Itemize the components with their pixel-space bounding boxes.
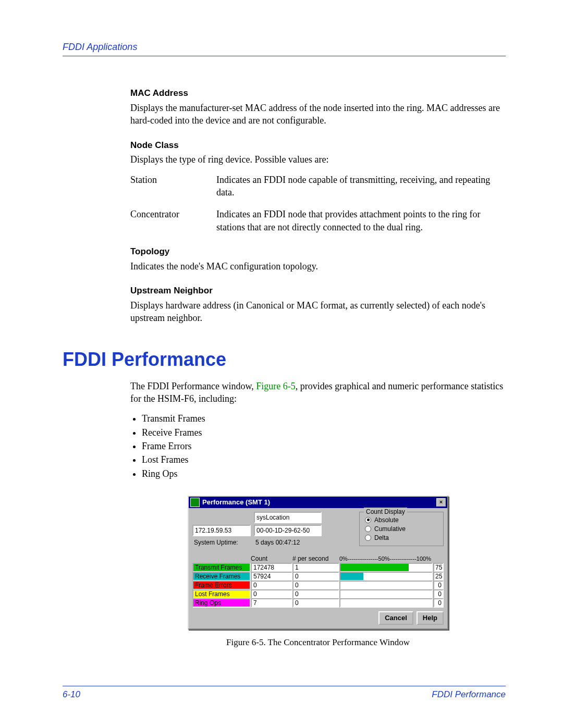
radio-absolute[interactable]: Absolute: [365, 516, 438, 524]
heading-node-class: Node Class: [130, 140, 506, 152]
help-button[interactable]: Help: [417, 611, 444, 625]
text-mac-address: Displays the manufacturer-set MAC addres…: [130, 102, 506, 127]
metric-name: Frame Errors: [192, 581, 251, 590]
metric-pps: 0: [292, 581, 339, 590]
figure-reference-link[interactable]: Figure 6-5: [256, 381, 296, 391]
col-count: Count: [251, 554, 292, 563]
footer-section: FDDI Performance: [432, 689, 506, 700]
table-row: Ring Ops700: [192, 598, 444, 607]
radio-delta[interactable]: Delta: [365, 534, 438, 542]
node-class-definitions: Station Indicates an FDDI node capable o…: [130, 174, 506, 233]
ip-field: 172.19.59.53: [192, 525, 251, 536]
list-item: Transmit Frames: [142, 412, 506, 425]
page-header: FDDI Applications: [63, 42, 506, 56]
table-row: Frame Errors000: [192, 581, 444, 589]
window-title: Performance (SMT 1): [202, 498, 436, 507]
metric-name: Ring Ops: [192, 598, 251, 608]
table-row: Transmit Frames172478175: [192, 563, 444, 572]
metric-count: 0: [251, 581, 292, 590]
radio-cumulative[interactable]: Cumulative: [365, 525, 438, 533]
metric-count: 7: [251, 598, 292, 608]
radio-icon: [365, 526, 371, 532]
list-item: Frame Errors: [142, 440, 506, 452]
metric-bar: [339, 598, 433, 608]
def-term: Concentrator: [130, 208, 216, 233]
heading-mac-address: MAC Address: [130, 88, 506, 100]
metric-pps: 0: [292, 589, 339, 599]
syslocation-field: sysLocation: [254, 512, 322, 523]
metric-name: Transmit Frames: [192, 563, 251, 572]
metric-bar: [339, 581, 433, 590]
text-node-class: Displays the type of ring device. Possib…: [130, 153, 506, 166]
metric-name: Receive Frames: [192, 572, 251, 581]
metric-bar: [339, 589, 433, 599]
radio-icon: [365, 517, 371, 523]
heading-topology: Topology: [130, 246, 506, 258]
metric-pps: 1: [292, 563, 339, 572]
text-upstream-neighbor: Displays hardware address (in Canonical …: [130, 299, 506, 325]
metric-count: 0: [251, 589, 292, 599]
window-titlebar[interactable]: Performance (SMT 1) ×: [189, 497, 447, 508]
metric-bar: [339, 572, 433, 581]
text-topology: Indicates the node's MAC configuration t…: [130, 260, 506, 273]
heading-upstream-neighbor: Upstream Neighbor: [130, 285, 506, 297]
uptime-value: 5 days 00:47:12: [254, 538, 322, 547]
list-item: Receive Frames: [142, 426, 506, 439]
metric-count: 57924: [251, 572, 292, 581]
metric-count: 172478: [251, 563, 292, 572]
table-row: Receive Frames57924025: [192, 572, 444, 581]
page-footer: 6-10 FDDI Performance: [63, 686, 506, 700]
cancel-button[interactable]: Cancel: [378, 611, 413, 625]
radio-icon: [365, 535, 371, 541]
def-term: Station: [130, 174, 216, 199]
list-item: Lost Frames: [142, 453, 506, 466]
app-icon: [190, 498, 200, 507]
list-item: Ring Ops: [142, 467, 506, 480]
page-number: 6-10: [63, 689, 80, 700]
col-pps: # per second: [292, 554, 339, 563]
def-desc: Indicates an FDDI node that provides att…: [216, 208, 506, 233]
mac-field: 00-00-1D-29-62-50: [254, 525, 322, 536]
close-icon[interactable]: ×: [436, 498, 446, 507]
col-scale: 0%----------------50%--------------100%: [339, 555, 444, 563]
page-title: FDDI Performance: [63, 349, 506, 371]
metric-pps: 0: [292, 572, 339, 581]
feature-bullets: Transmit Frames Receive Frames Frame Err…: [130, 412, 506, 479]
uptime-label: System Uptime:: [192, 538, 251, 547]
performance-window: Performance (SMT 1) × sysLocation 172.19…: [188, 496, 448, 630]
metric-value: 0: [433, 598, 444, 608]
metric-value: 0: [433, 589, 444, 599]
header-section: FDDI Applications: [63, 42, 137, 52]
metric-pps: 0: [292, 598, 339, 608]
group-legend: Count Display: [364, 508, 407, 516]
count-display-group: Count Display Absolute Cumulative Delta: [359, 512, 444, 547]
metric-value: 0: [433, 581, 444, 590]
metric-value: 25: [433, 572, 444, 581]
metric-name: Lost Frames: [192, 589, 251, 599]
metric-bar: [339, 563, 433, 572]
metric-value: 75: [433, 563, 444, 572]
intro-paragraph: The FDDI Performance window, Figure 6-5,…: [130, 380, 506, 405]
figure-caption: Figure 6-5. The Concentrator Performance…: [130, 637, 506, 649]
table-row: Lost Frames000: [192, 589, 444, 598]
performance-rows: Transmit Frames172478175Receive Frames57…: [192, 563, 444, 607]
def-desc: Indicates an FDDI node capable of transm…: [216, 174, 506, 199]
